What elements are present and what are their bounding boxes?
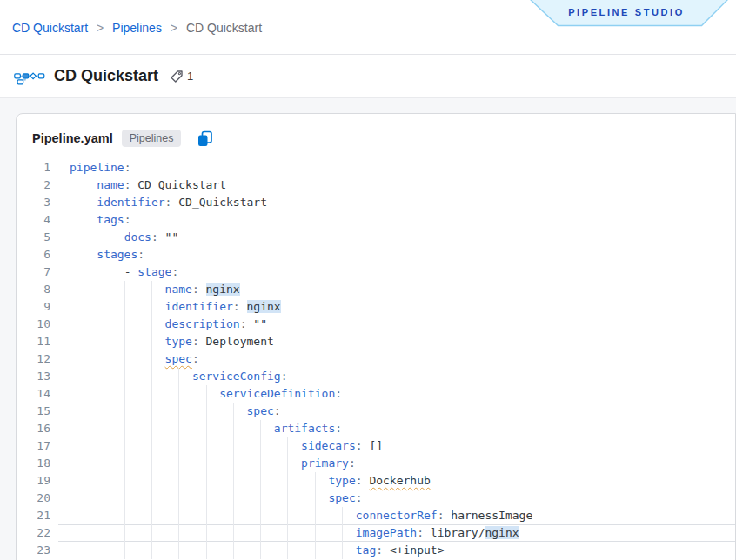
indent-guide	[124, 333, 125, 350]
indent-guide	[124, 368, 125, 385]
yaml-code[interactable]: imagePath: library/nginx	[70, 524, 735, 542]
indent-guide	[151, 385, 152, 403]
yaml-code[interactable]: spec:	[70, 403, 735, 420]
indent-guide	[70, 211, 70, 229]
indent-guide	[287, 507, 288, 524]
indent-guide	[124, 437, 125, 455]
indent-guide	[97, 490, 97, 507]
indent-guide	[97, 263, 97, 281]
yaml-code[interactable]: - stage:	[70, 263, 735, 281]
yaml-line-23[interactable]: 23 tag: <+input>	[17, 542, 735, 559]
yaml-code[interactable]: stages:	[70, 246, 735, 263]
line-number: 22	[17, 524, 50, 542]
yaml-line-15[interactable]: 15 spec:	[17, 403, 735, 420]
indent-guide	[315, 524, 316, 542]
yaml-code[interactable]: serviceDefinition:	[70, 385, 735, 403]
indent-guide	[178, 455, 179, 472]
yaml-line-17[interactable]: 17 sidecars: []	[17, 437, 735, 455]
yaml-code[interactable]: tags:	[70, 211, 735, 229]
yaml-code[interactable]: docs: ""	[70, 229, 735, 246]
indent-guide	[260, 455, 261, 472]
line-number: 11	[17, 333, 50, 350]
indent-guide	[151, 420, 152, 437]
indent-guide	[97, 281, 97, 298]
line-number: 3	[17, 194, 50, 211]
copy-icon[interactable]	[196, 130, 214, 148]
line-number: 23	[17, 542, 50, 559]
indent-guide	[178, 385, 179, 403]
pipeline-title-bar: CD Quickstart 1 VISUAL YAML	[0, 55, 736, 97]
breadcrumb-separator: >	[97, 21, 104, 35]
yaml-line-16[interactable]: 16 artifacts:	[17, 420, 735, 437]
yaml-line-21[interactable]: 21 connectorRef: harnessImage	[17, 507, 735, 524]
line-number: 16	[17, 420, 50, 437]
indent-guide	[315, 472, 316, 490]
yaml-line-3[interactable]: 3 identifier: CD_Quickstart	[17, 194, 735, 211]
yaml-line-1[interactable]: 1pipeline:	[17, 159, 735, 177]
indent-guide	[97, 350, 97, 368]
indent-guide	[260, 524, 261, 542]
yaml-code[interactable]: description: ""	[70, 316, 735, 333]
indent-guide	[287, 490, 288, 507]
indent-guide	[151, 403, 152, 420]
indent-guide	[178, 420, 179, 437]
yaml-code[interactable]: spec:	[70, 490, 735, 507]
yaml-line-8[interactable]: 8 name: nginx	[17, 281, 735, 298]
line-number: 10	[17, 316, 50, 333]
yaml-line-7[interactable]: 7 - stage:	[17, 263, 735, 281]
yaml-code[interactable]: identifier: nginx	[70, 298, 735, 316]
indent-guide	[70, 229, 70, 246]
yaml-line-2[interactable]: 2 name: CD Quickstart	[17, 177, 735, 194]
yaml-code[interactable]: type: Dockerhub	[70, 472, 735, 490]
breadcrumb-project-link[interactable]: CD Quickstart	[12, 21, 88, 35]
yaml-line-4[interactable]: 4 tags:	[17, 211, 735, 229]
yaml-line-18[interactable]: 18 primary:	[17, 455, 735, 472]
yaml-code[interactable]: identifier: CD_Quickstart	[70, 194, 735, 211]
line-number: 13	[17, 368, 50, 385]
line-number: 21	[17, 507, 50, 524]
yaml-code[interactable]: tag: <+input>	[70, 542, 735, 559]
yaml-code[interactable]: spec:	[70, 350, 735, 368]
tag-icon	[169, 69, 184, 84]
indent-guide	[124, 490, 125, 507]
indent-guide	[151, 333, 152, 350]
indent-guide	[70, 385, 70, 403]
indent-guide	[342, 542, 343, 559]
yaml-line-19[interactable]: 19 type: Dockerhub	[17, 472, 735, 490]
indent-guide	[97, 368, 97, 385]
tags-indicator[interactable]: 1	[169, 69, 193, 84]
yaml-line-12[interactable]: 12 spec:	[17, 350, 735, 368]
yaml-editor[interactable]: 1pipeline:2 name: CD Quickstart3 identif…	[17, 159, 735, 560]
yaml-line-20[interactable]: 20 spec:	[17, 490, 735, 507]
yaml-line-10[interactable]: 10 description: ""	[17, 316, 735, 333]
yaml-code[interactable]: serviceConfig:	[70, 368, 735, 385]
yaml-code[interactable]: pipeline:	[70, 159, 735, 177]
yaml-line-14[interactable]: 14 serviceDefinition:	[17, 385, 735, 403]
yaml-code[interactable]: connectorRef: harnessImage	[70, 507, 735, 524]
yaml-line-11[interactable]: 11 type: Deployment	[17, 333, 735, 350]
line-number: 5	[17, 229, 50, 246]
line-number: 17	[17, 437, 50, 455]
yaml-code[interactable]: name: CD Quickstart	[70, 177, 735, 194]
yaml-line-13[interactable]: 13 serviceConfig:	[17, 368, 735, 385]
yaml-line-9[interactable]: 9 identifier: nginx	[17, 298, 735, 316]
indent-guide	[70, 350, 70, 368]
yaml-code[interactable]: name: nginx	[70, 281, 735, 298]
line-number: 15	[17, 403, 50, 420]
indent-guide	[124, 298, 125, 316]
line-number: 8	[17, 281, 50, 298]
yaml-code[interactable]: primary:	[70, 455, 735, 472]
indent-guide	[70, 455, 70, 472]
file-name: Pipeline.yaml	[32, 131, 113, 145]
pipeline-studio-banner[interactable]: PIPELINE STUDIO	[522, 0, 731, 27]
yaml-code[interactable]: sidecars: []	[70, 437, 735, 455]
yaml-line-5[interactable]: 5 docs: ""	[17, 229, 735, 246]
breadcrumb-pipelines-link[interactable]: Pipelines	[112, 21, 162, 35]
yaml-line-22[interactable]: 22 imagePath: library/nginx	[17, 524, 735, 542]
yaml-code[interactable]: artifacts:	[70, 420, 735, 437]
indent-guide	[206, 524, 207, 542]
indent-guide	[97, 229, 97, 246]
indent-guide	[287, 524, 288, 542]
yaml-line-6[interactable]: 6 stages:	[17, 246, 735, 263]
yaml-code[interactable]: type: Deployment	[70, 333, 735, 350]
